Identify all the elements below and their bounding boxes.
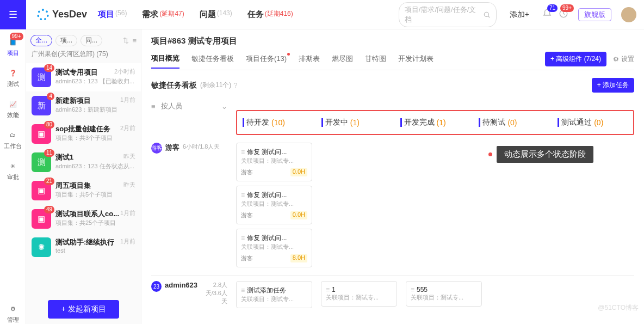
nav-需求[interactable]: 需求(延期47) xyxy=(142,9,184,20)
svg-point-0 xyxy=(484,12,488,16)
filter-chip[interactable]: 项... xyxy=(55,35,77,46)
nav-任务[interactable]: 任务(延期416) xyxy=(247,9,293,20)
filter-chip[interactable]: 全... xyxy=(30,35,52,46)
advanced-widgets-button[interactable]: + 高级组件 (7/24) xyxy=(545,52,606,66)
project-item[interactable]: 新4新建新项目1月前admin623：新建新项目 xyxy=(26,91,141,120)
lane-avatar: 23 xyxy=(151,281,162,292)
list-menu-icon[interactable]: ≡ xyxy=(132,36,137,45)
global-search[interactable]: 项目/需求/问题/任务/文档 xyxy=(399,2,497,27)
main-menu-button[interactable]: ☰ xyxy=(0,0,26,29)
kanban-col-待测试[interactable]: 待测试 (0) xyxy=(479,118,549,127)
lane-header-guest[interactable]: 游客 游客 6小时/1.8人天 xyxy=(151,143,227,267)
lane-header-admin[interactable]: 23 admin623 2.8人 天/3.6人天 xyxy=(151,281,227,308)
project-item[interactable]: ▣80sop批量创建任务2月前项目集：共3个子项目 xyxy=(26,120,141,148)
tab-开发计划表[interactable]: 开发计划表 xyxy=(398,54,434,68)
brand-text: YesDev xyxy=(52,9,87,20)
search-placeholder: 项目/需求/问题/任务/文档 xyxy=(405,5,483,25)
kanban-col-测试通过[interactable]: 测试通过 (0) xyxy=(558,118,628,127)
chevron-down-icon: ⌄ xyxy=(221,102,227,111)
bell-icon[interactable]: 71 xyxy=(542,9,552,20)
board-title: 敏捷任务看板 xyxy=(151,81,197,90)
lane-avatar: 游客 xyxy=(151,143,162,154)
user-avatar[interactable] xyxy=(621,7,636,22)
rail-项目[interactable]: 📘99+项目 xyxy=(7,36,19,57)
project-item[interactable]: ✺测试助手:继续执行1月前test xyxy=(26,233,141,261)
bell-badge: 71 xyxy=(547,4,558,12)
tab-甘特图[interactable]: 甘特图 xyxy=(365,54,386,68)
kanban-col-待开发[interactable]: 待开发 (10) xyxy=(243,118,313,127)
rail-label: 管理 xyxy=(7,316,19,324)
kanban-col-开发中[interactable]: 开发中 (1) xyxy=(321,118,392,127)
rail-效能[interactable]: 📈效能 xyxy=(7,98,19,119)
task-card[interactable]: ≡修复 测试问...关联项目：测试专...游客0.0H xyxy=(236,186,312,224)
task-card[interactable]: ≡测试添加任务关联项目：测试专... xyxy=(236,281,312,308)
add-button[interactable]: 添加+ xyxy=(510,10,529,20)
task-card[interactable]: ≡555关联项目：测试专... xyxy=(406,281,482,307)
brand-logo[interactable]: YesDev xyxy=(37,9,87,21)
group-selector[interactable]: ≡ 按人员 ⌄ xyxy=(151,101,227,111)
clock-icon[interactable]: 99+ xyxy=(559,9,568,20)
workspace-crumb[interactable]: 广州果创(天河区总部) (75) xyxy=(26,50,141,63)
task-card[interactable]: ≡修复 测试问...关联项目：测试专...游客0.0H xyxy=(236,143,312,181)
sort-icon[interactable]: ⇅ xyxy=(123,36,129,45)
nav-问题[interactable]: 问题(143) xyxy=(200,9,232,20)
tab-项目概览[interactable]: 项目概览 xyxy=(151,53,179,69)
kanban-col-开发完成[interactable]: 开发完成 (1) xyxy=(400,118,470,127)
annotation-callout: 动态展示多个状态阶段 xyxy=(488,146,593,163)
nav-项目[interactable]: 项目(56) xyxy=(98,9,127,20)
project-title: 项目#863 测试专用项目 xyxy=(151,36,634,46)
tab-燃尽图[interactable]: 燃尽图 xyxy=(332,54,353,68)
project-item[interactable]: 测11测试1昨天admin623：123 任务状态从... xyxy=(26,148,141,176)
gear-icon: ⚙ xyxy=(7,303,19,315)
project-item[interactable]: ▣49测试项目联系人co...1月前项目集：共25个子项目 xyxy=(26,205,141,233)
edition-badge[interactable]: 旗舰版 xyxy=(578,8,611,21)
add-task-button[interactable]: + 添加任务 xyxy=(592,78,634,93)
task-card[interactable]: ≡1关联项目：测试专... xyxy=(321,281,397,307)
logo-icon xyxy=(37,9,49,21)
task-card[interactable]: ≡修复 测试问...关联项目：测试专...游客8.0H xyxy=(236,229,312,267)
settings-button[interactable]: ⚙ 设置 xyxy=(613,54,634,64)
project-item[interactable]: 测14测试专用项目2小时前admin623：123 【已验收归... xyxy=(26,63,141,91)
tab-项目任务(13)[interactable]: 项目任务(13) xyxy=(246,54,287,68)
board-remaining: (剩余11个) xyxy=(200,81,231,90)
filter-chip[interactable]: 同... xyxy=(81,35,102,46)
project-item[interactable]: ▣21周五项目集昨天项目集：共5个子项目 xyxy=(26,176,141,205)
rail-审批[interactable]: ✳审批 xyxy=(7,160,19,181)
tab-排期表[interactable]: 排期表 xyxy=(299,54,320,68)
new-project-button[interactable]: + 发起新项目 xyxy=(48,300,119,319)
rail-工作台[interactable]: 🗂工作台 xyxy=(4,129,22,150)
rail-测试[interactable]: ❓测试 xyxy=(7,67,19,88)
tab-敏捷任务看板[interactable]: 敏捷任务看板 xyxy=(191,54,234,68)
clock-badge: 99+ xyxy=(560,4,574,12)
help-icon[interactable]: ? xyxy=(233,81,237,89)
rail-manage[interactable]: ⚙ 管理 xyxy=(7,303,19,324)
search-icon xyxy=(483,11,491,19)
watermark: @51CTO博客 xyxy=(598,303,639,313)
list-icon: ≡ xyxy=(151,102,156,111)
